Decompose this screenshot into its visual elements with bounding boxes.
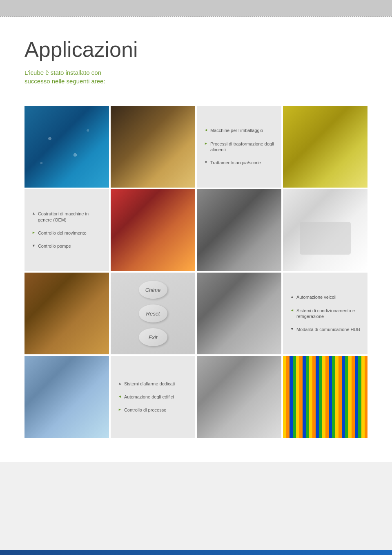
cell-keyboard: Chime Reset Exit [111,273,195,354]
top-bar [0,0,392,16]
page-title: Applicazioni [24,37,368,62]
item-movement: ► Controllo del movimento [32,230,102,236]
cell-grinding [197,189,281,271]
cell-printing [111,189,195,271]
arrow-left-icon-3: ◄ [118,394,122,399]
item-hub-label: Modalità di comunicazione HUB [296,327,360,332]
item-packaging: ◄ Macchine per l'imballaggio [204,128,274,133]
item-movement-label: Controllo del movimento [38,230,102,236]
arrow-left-icon-2: ◄ [290,308,294,313]
arrow-up-icon-2: ▲ [290,295,294,300]
cell-factory [111,106,195,188]
item-process-label: Controllo di processo [124,407,188,413]
item-buildings: ◄ Automazione degli edifici [118,394,188,400]
cell-text-packaging: ◄ Macchine per l'imballaggio ► Processi … [197,106,281,188]
item-packaging-label: Macchine per l'imballaggio [210,128,274,133]
item-buildings-label: Automazione degli edifici [124,394,188,400]
arrow-down-icon-3: ▼ [290,327,294,332]
item-conditioning: ◄ Sistemi di condizionamento e refrigera… [290,308,360,320]
item-process: ► Controllo di processo [118,407,188,413]
arrow-down-icon: ▼ [204,160,208,165]
item-alarm: ▲ Sistemi d'allarme dedicati [118,381,188,387]
exit-button[interactable]: Exit [139,328,167,346]
cell-cables [283,356,368,438]
item-oem-label: Costruttori di macchine in genere (OEM) [38,211,102,223]
bottom-bar [0,550,392,555]
cell-gear [197,273,281,354]
item-oem: ▲ Costruttori di macchine in genere (OEM… [32,211,102,223]
arrow-up-icon: ▲ [32,211,36,216]
arrow-right-icon-3: ► [118,407,122,412]
item-water-label: Trattamento acqua/scorie [210,160,274,166]
arrow-right-icon: ► [204,141,208,146]
item-food: ► Processi di trasformazione degli alime… [204,141,274,153]
main-content: Applicazioni L'icube è stato installato … [0,17,392,462]
reset-button[interactable]: Reset [139,304,167,322]
item-pumps-label: Controllo pompe [38,243,102,249]
chime-button[interactable]: Chime [139,281,167,299]
cell-text-alarm: ▲ Sistemi d'allarme dedicati ◄ Automazio… [111,356,195,438]
arrow-up-icon-3: ▲ [118,381,122,386]
cell-circuit-board [24,106,109,188]
cell-bottles [283,106,368,188]
arrow-left-icon: ◄ [204,128,208,133]
item-conditioning-label: Sistemi di condizionamento e refrigerazi… [296,308,360,320]
cell-office [24,356,109,438]
page-subtitle: L'icube è stato installato con successo … [24,68,368,85]
item-hub: ▼ Modalità di comunicazione HUB [290,327,360,332]
item-alarm-label: Sistemi d'allarme dedicati [124,381,188,387]
item-food-label: Processi di trasformazione degli aliment… [210,141,274,153]
item-pumps: ▼ Controllo pompe [32,243,102,249]
cell-industrial [24,273,109,354]
cell-gauge [197,356,281,438]
item-vehicles: ▲ Automazione veicoli [290,294,360,300]
cell-text-vehicles: ▲ Automazione veicoli ◄ Sistemi di condi… [283,273,368,354]
arrow-down-icon-2: ▼ [32,244,36,248]
item-water: ▼ Trattamento acqua/scorie [204,160,274,166]
item-vehicles-label: Automazione veicoli [296,294,360,300]
cell-truck [283,189,368,271]
applications-grid: ◄ Macchine per l'imballaggio ► Processi … [24,106,368,438]
arrow-right-icon-2: ► [32,231,36,235]
cell-text-oem: ▲ Costruttori di macchine in genere (OEM… [24,189,109,271]
